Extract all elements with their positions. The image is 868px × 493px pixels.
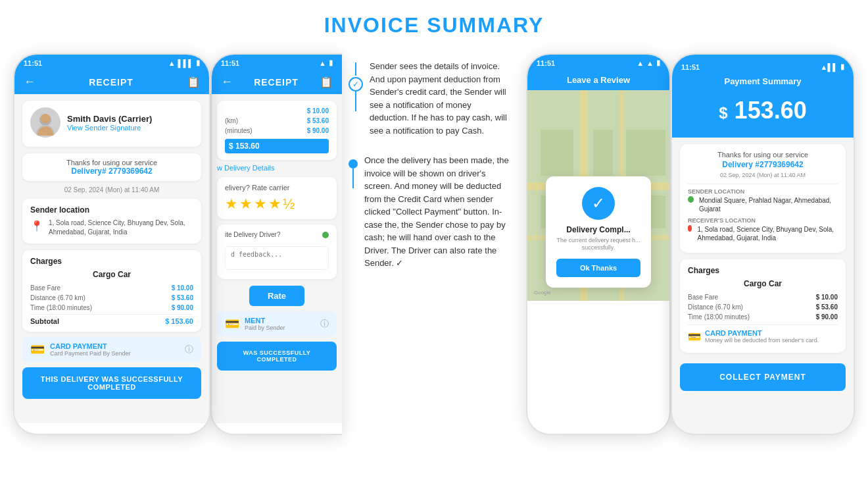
info-icon-2[interactable]: ⓘ	[320, 318, 329, 330]
info-text-1: Sender sees the details of invoice. And …	[370, 60, 513, 137]
receiver-dot-icon	[688, 225, 692, 232]
payment-amount: $ 153.60	[681, 86, 844, 138]
signal-icon: ▌▌▌	[178, 59, 193, 67]
carrier-card: Smith Davis (Carrier) View Sender Signat…	[22, 101, 201, 147]
collect-payment-button[interactable]: COLLECT PAYMENT	[680, 363, 846, 391]
payment-summary-title: Payment Summary	[681, 76, 844, 86]
service-text-1: Thanks for using our service	[30, 159, 193, 167]
charge-value-1: $ 10.00	[172, 284, 193, 292]
charge-value-2: $ 53.60	[172, 294, 193, 301]
payment-row-1: 💳 CARD PAYMENT Card Payment Paid By Send…	[22, 337, 201, 362]
card-payment-section: 💳 CARD PAYMENT Money will be deducted fr…	[688, 329, 838, 344]
sender-loc-label: SENDER LOCATION	[688, 188, 838, 195]
cargo-title-1: Cargo Car	[30, 270, 193, 279]
status-icons-1: ▲ ▌▌▌ ▮	[168, 59, 200, 67]
feedback-input[interactable]	[225, 246, 329, 270]
ok-thanks-button[interactable]: Ok Thanks	[556, 259, 640, 277]
charges-card-payment: Charges Cargo Car Base Fare $ 10.00 Dist…	[680, 259, 846, 353]
carrier-name: Smith Davis (Carrier)	[67, 114, 152, 124]
view-delivery-link[interactable]: w Delivery Details	[217, 164, 337, 172]
star-rating[interactable]: ★★★★½	[225, 195, 329, 213]
carrier-avatar	[30, 107, 60, 138]
phone-receipt-partial: 11:51 ▲ ▮ ← RECEIPT 📋 $ 10.00 (km) $ 53.…	[210, 53, 342, 435]
pmt-charge-label-3: Time (18:00 minutes)	[688, 313, 750, 321]
status-time-map: 11:51	[537, 59, 555, 67]
carrier-row: Smith Davis (Carrier) View Sender Signat…	[30, 107, 193, 138]
phone-payment: 11:51 ▲▌▌ ▮ Payment Summary $ 153.60 Tha…	[671, 53, 855, 435]
payment-label-2: MENT	[245, 317, 285, 324]
card-pay-label: CARD PAYMENT	[705, 329, 819, 337]
card-icon-2: 💳	[225, 317, 239, 331]
payment-sub-2: Paid by Sender	[245, 324, 285, 331]
charge-row-2: Distance (6.70 km) $ 53.60	[30, 294, 193, 301]
wifi-icon-payment: ▲▌▌	[821, 63, 838, 71]
p2-subtotal-row: $ 153.60	[225, 138, 329, 153]
info-text-2: Once the delivery has been made, the inv…	[364, 154, 513, 270]
status-bar-payment: 11:51 ▲▌▌ ▮	[681, 60, 844, 74]
phone-receipt-full: 11:51 ▲ ▌▌▌ ▮ ← RECEIPT 📋	[13, 53, 210, 435]
status-time-2: 11:51	[221, 59, 239, 67]
payment-label-1: CARD PAYMENT	[50, 342, 131, 350]
rate-question: elivery? Rate carrier	[225, 184, 329, 192]
complete-btn-2[interactable]: WAS SUCCESSFULLY COMPLETED	[217, 342, 337, 371]
receiver-loc-label: RECEIVER'S LOCATION	[688, 217, 838, 224]
charge-row-3: Time (18:00 minutes) $ 90.00	[30, 304, 193, 311]
info-icon-1[interactable]: ⓘ	[185, 344, 193, 355]
p2-charge-row-2: (km) $ 53.60	[225, 117, 329, 124]
divider-1	[688, 184, 838, 184]
online-indicator	[322, 232, 329, 238]
p2-charge-value-3: $ 90.00	[307, 127, 329, 134]
info-dot-1	[349, 159, 358, 169]
header-title-1: RECEIPT	[89, 77, 133, 88]
sender-location-card: Sender location 📍 1, Sola road, Science …	[22, 199, 201, 244]
payment-row-2: 💳 MENT Paid by Sender ⓘ	[217, 311, 337, 336]
svg-point-2	[41, 114, 50, 123]
charge-row-1: Base Fare $ 10.00	[30, 284, 193, 292]
charge-label-2: Distance (6.70 km)	[30, 294, 85, 301]
complete-btn-1[interactable]: THIS DELIVERY WAS SUCCESSFULLY COMPLETED	[22, 367, 201, 399]
pmt-charge-row-2: Distance (6.70 km) $ 53.60	[688, 303, 838, 311]
receipt-icon-1[interactable]: 📋	[187, 76, 200, 88]
ps-delivery-num: Delivery #2779369642	[688, 160, 838, 169]
receiver-loc-addr: 1, Sola road, Science City, Bhuyang Dev,…	[697, 225, 838, 242]
dollar-sign: $	[719, 104, 727, 122]
location-icon: 📍	[30, 220, 43, 232]
charges-card-2: $ 10.00 (km) $ 53.60 (minutes) $ 90.00 $…	[217, 101, 337, 160]
rate-button[interactable]: Rate	[249, 286, 304, 306]
charge-label-1: Base Fare	[30, 284, 60, 292]
back-arrow-2[interactable]: ←	[221, 75, 233, 89]
map-area: Google ✓ Delivery Compl... The current d…	[527, 90, 669, 301]
p2-charge-value-2: $ 53.60	[307, 117, 329, 124]
date-text-1: 02 Sep, 2024 (Mon) at 11:40 AM	[22, 186, 201, 194]
payment-header: 11:51 ▲▌▌ ▮ Payment Summary $ 153.60	[672, 55, 854, 138]
p2-charge-label-3: (minutes)	[225, 127, 253, 134]
pmt-charge-value-2: $ 53.60	[816, 303, 838, 311]
phone-header-1: ← RECEIPT 📋	[14, 70, 209, 94]
battery-icon-payment: ▮	[840, 63, 844, 71]
pmt-charge-value-3: $ 90.00	[816, 313, 838, 321]
complete-text: The current delivery request h... succes…	[556, 237, 640, 252]
pmt-charge-row-1: Base Fare $ 10.00	[688, 294, 838, 301]
subtotal-value-1: $ 153.60	[165, 317, 193, 325]
delivery-complete-card: ✓ Delivery Compl... The current delivery…	[546, 176, 651, 288]
card-pay-icon: 💳	[688, 330, 701, 343]
complete-title: Delivery Compl...	[556, 225, 640, 234]
p2-charge-value-1: $ 10.00	[307, 107, 329, 115]
battery-icon-map: ▮	[656, 59, 660, 67]
page-title: INVOICE SUMMARY	[324, 13, 544, 38]
receiver-location-section: RECEIVER'S LOCATION 1, Sola road, Scienc…	[688, 217, 838, 242]
p2-charge-label-2: (km)	[225, 117, 238, 124]
sender-loc-addr: Mondial Square, Prahlad Nagar, Ahmedabad…	[699, 196, 838, 213]
pmt-charge-label-2: Distance (6.70 km)	[688, 303, 743, 311]
card-pay-sub: Money will be deducted from sender's car…	[705, 337, 819, 344]
status-icons-2: ▲ ▮	[319, 59, 333, 67]
charge-value-3: $ 90.00	[172, 304, 193, 311]
battery-icon-2: ▮	[329, 59, 333, 67]
receipt-icon-2[interactable]: 📋	[320, 76, 333, 88]
main-content: 11:51 ▲ ▌▌▌ ▮ ← RECEIPT 📋	[13, 53, 855, 435]
sender-location-section: SENDER LOCATION Mondial Square, Prahlad …	[688, 188, 838, 213]
view-signature[interactable]: View Sender Signature	[67, 124, 152, 132]
payment-service-card: Thanks for using our service Delivery #2…	[680, 144, 846, 253]
back-arrow-1[interactable]: ←	[24, 75, 36, 89]
card-icon-1: 💳	[30, 342, 45, 357]
